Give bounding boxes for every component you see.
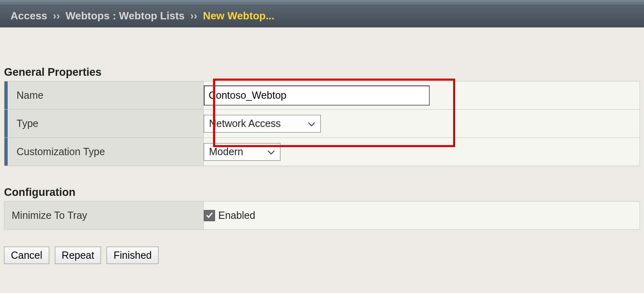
label-customization-type: Customization Type: [4, 138, 203, 166]
cancel-button[interactable]: Cancel: [4, 247, 49, 264]
section-title-configuration: Configuration: [4, 186, 640, 199]
general-properties-table: Name Type Network Access: [4, 81, 640, 166]
customization-type-value: Modern: [209, 146, 243, 158]
breadcrumb: Access ›› Webtops : Webtop Lists ›› New …: [0, 6, 644, 27]
label-type: Type: [4, 110, 203, 137]
section-title-general: General Properties: [4, 66, 640, 79]
breadcrumb-separator: ››: [53, 10, 60, 22]
label-name: Name: [4, 81, 203, 109]
window-top-bar: [0, 0, 644, 6]
form-buttons: Cancel Repeat Finished: [4, 247, 640, 264]
type-select-value: Network Access: [209, 118, 281, 129]
row-marker: [4, 110, 8, 137]
type-select[interactable]: Network Access: [204, 115, 321, 133]
breadcrumb-item-webtops[interactable]: Webtops : Webtop Lists: [65, 10, 184, 22]
chevron-down-icon: [267, 146, 275, 158]
minimize-to-tray-text: Enabled: [218, 210, 255, 221]
checkmark-icon: [205, 210, 213, 221]
row-marker: [4, 81, 8, 109]
row-marker: [4, 138, 8, 166]
name-input[interactable]: [204, 85, 430, 106]
breadcrumb-separator: ››: [190, 10, 197, 22]
chevron-down-icon: [307, 118, 316, 129]
breadcrumb-item-access[interactable]: Access: [10, 10, 47, 22]
customization-type-select[interactable]: Modern: [204, 143, 280, 161]
finished-button[interactable]: Finished: [107, 247, 159, 264]
breadcrumb-current: New Webtop...: [203, 10, 274, 22]
repeat-button[interactable]: Repeat: [55, 247, 101, 264]
minimize-to-tray-checkbox[interactable]: [204, 210, 215, 221]
label-minimize-to-tray: Minimize To Tray: [4, 202, 203, 229]
configuration-table: Minimize To Tray Enabled: [4, 201, 640, 230]
